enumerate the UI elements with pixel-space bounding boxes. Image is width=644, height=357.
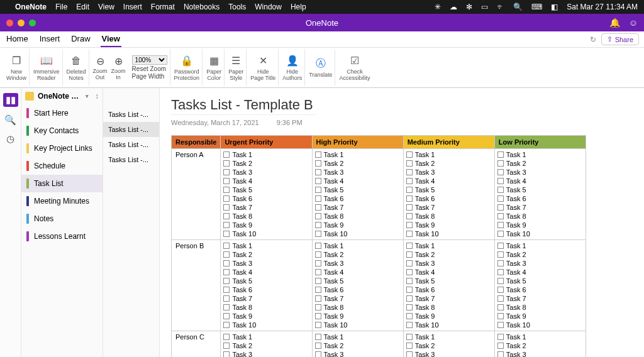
task-checkbox[interactable]	[406, 343, 413, 349]
section-item[interactable]: Notes	[21, 210, 103, 228]
task-label[interactable]: Task 3	[415, 168, 435, 177]
task-checkbox[interactable]	[315, 343, 321, 349]
task-label[interactable]: Task 3	[415, 259, 435, 268]
task-checkbox[interactable]	[406, 187, 413, 193]
task-label[interactable]: Task 6	[232, 285, 252, 294]
task-label[interactable]: Task 1	[506, 332, 526, 341]
task-checkbox[interactable]	[315, 195, 321, 202]
task-label[interactable]: Task 1	[506, 241, 526, 250]
task-label[interactable]: Task 7	[415, 294, 435, 303]
page-content[interactable]: Tasks List - Template B Wednesday, March…	[160, 88, 644, 357]
page-item[interactable]: Tasks List -...	[103, 122, 159, 137]
task-label[interactable]: Task 9	[232, 312, 252, 321]
task-label[interactable]: Task 9	[506, 221, 526, 229]
task-checkbox[interactable]	[406, 231, 413, 237]
task-checkbox[interactable]	[315, 322, 321, 328]
section-item[interactable]: Lessons Learnt	[21, 228, 103, 245]
task-checkbox[interactable]	[406, 278, 413, 284]
task-label[interactable]: Task 10	[506, 321, 530, 329]
task-checkbox[interactable]	[497, 187, 504, 193]
task-label[interactable]: Task 6	[232, 194, 252, 203]
tab-draw[interactable]: Draw	[70, 31, 91, 47]
task-checkbox[interactable]	[406, 195, 413, 202]
task-checkbox[interactable]	[497, 231, 504, 237]
task-label[interactable]: Task 2	[232, 250, 252, 259]
task-label[interactable]: Task 1	[324, 241, 344, 250]
task-checkbox[interactable]	[406, 287, 413, 293]
task-checkbox[interactable]	[406, 269, 413, 275]
task-checkbox[interactable]	[497, 287, 504, 293]
task-checkbox[interactable]	[406, 169, 413, 175]
task-checkbox[interactable]	[223, 222, 230, 228]
notebook-icon[interactable]: ▮▮	[3, 93, 18, 107]
task-checkbox[interactable]	[315, 304, 321, 310]
task-label[interactable]: Task 4	[232, 268, 252, 277]
section-item[interactable]: Task List	[21, 175, 103, 192]
task-checkbox[interactable]	[223, 151, 230, 158]
task-checkbox[interactable]	[315, 313, 321, 319]
task-checkbox[interactable]	[223, 169, 230, 175]
task-checkbox[interactable]	[223, 287, 230, 293]
task-label[interactable]: Task 8	[506, 212, 526, 221]
responsible-cell[interactable]: Person A	[172, 149, 221, 240]
task-label[interactable]: Task 7	[324, 294, 344, 303]
task-label[interactable]: Task 4	[415, 177, 435, 185]
task-checkbox[interactable]	[406, 295, 413, 302]
task-label[interactable]: Task 3	[506, 350, 526, 357]
task-checkbox[interactable]	[497, 278, 504, 284]
sort-icon[interactable]: ↕	[95, 92, 99, 101]
responsible-cell[interactable]: Person C	[172, 331, 221, 358]
close-window-button[interactable]	[6, 19, 13, 26]
status-icon[interactable]: ▭	[481, 3, 488, 11]
smiley-icon[interactable]: ☺	[629, 18, 638, 28]
task-label[interactable]: Task 2	[506, 341, 526, 350]
task-checkbox[interactable]	[315, 243, 321, 249]
task-label[interactable]: Task 1	[415, 150, 435, 159]
task-label[interactable]: Task 1	[232, 332, 252, 341]
task-checkbox[interactable]	[223, 322, 230, 328]
task-checkbox[interactable]	[497, 169, 504, 175]
section-item[interactable]: Schedule	[21, 157, 103, 175]
mac-menu-help[interactable]: Help	[291, 3, 306, 11]
task-checkbox[interactable]	[406, 222, 413, 228]
task-label[interactable]: Task 9	[324, 221, 344, 229]
task-checkbox[interactable]	[497, 243, 504, 249]
status-icon[interactable]: ᯤ	[497, 3, 504, 11]
task-checkbox[interactable]	[315, 222, 321, 228]
translate-button[interactable]: ⒶTranslate	[306, 49, 335, 86]
task-checkbox[interactable]	[223, 178, 230, 184]
task-label[interactable]: Task 6	[415, 194, 435, 203]
task-checkbox[interactable]	[315, 269, 321, 275]
task-label[interactable]: Task 3	[232, 259, 252, 268]
maximize-window-button[interactable]	[29, 19, 36, 26]
task-label[interactable]: Task 8	[324, 212, 344, 221]
task-label[interactable]: Task 3	[232, 168, 252, 177]
page-item[interactable]: Tasks List -...	[103, 137, 159, 152]
task-label[interactable]: Task 7	[324, 203, 344, 212]
task-checkbox[interactable]	[497, 313, 504, 319]
zoom-in-button[interactable]: ⊕Zoom In	[111, 55, 126, 80]
task-checkbox[interactable]	[497, 213, 504, 219]
clock[interactable]: Sat Mar 27 11:34 AM	[567, 3, 638, 11]
task-label[interactable]: Task 8	[506, 303, 526, 312]
task-checkbox[interactable]	[223, 260, 230, 266]
task-checkbox[interactable]	[315, 231, 321, 237]
task-label[interactable]: Task 4	[415, 268, 435, 277]
task-label[interactable]: Task 6	[506, 194, 526, 203]
reset-zoom-button[interactable]: Reset Zoom	[132, 65, 166, 72]
mac-menu-file[interactable]: File	[55, 3, 67, 11]
minimize-window-button[interactable]	[18, 19, 25, 26]
task-label[interactable]: Task 9	[232, 221, 252, 229]
bell-icon[interactable]: 🔔	[609, 18, 620, 28]
task-label[interactable]: Task 8	[324, 303, 344, 312]
task-checkbox[interactable]	[223, 187, 230, 193]
task-label[interactable]: Task 1	[324, 150, 344, 159]
task-label[interactable]: Task 10	[415, 229, 439, 238]
task-label[interactable]: Task 2	[324, 250, 344, 259]
task-label[interactable]: Task 9	[506, 312, 526, 321]
task-label[interactable]: Task 8	[415, 212, 435, 221]
status-icon[interactable]: ⌨︎	[531, 3, 542, 11]
task-label[interactable]: Task 10	[324, 321, 348, 329]
paper-color-button[interactable]: ▦Paper Color	[204, 49, 225, 86]
task-label[interactable]: Task 3	[324, 350, 344, 357]
